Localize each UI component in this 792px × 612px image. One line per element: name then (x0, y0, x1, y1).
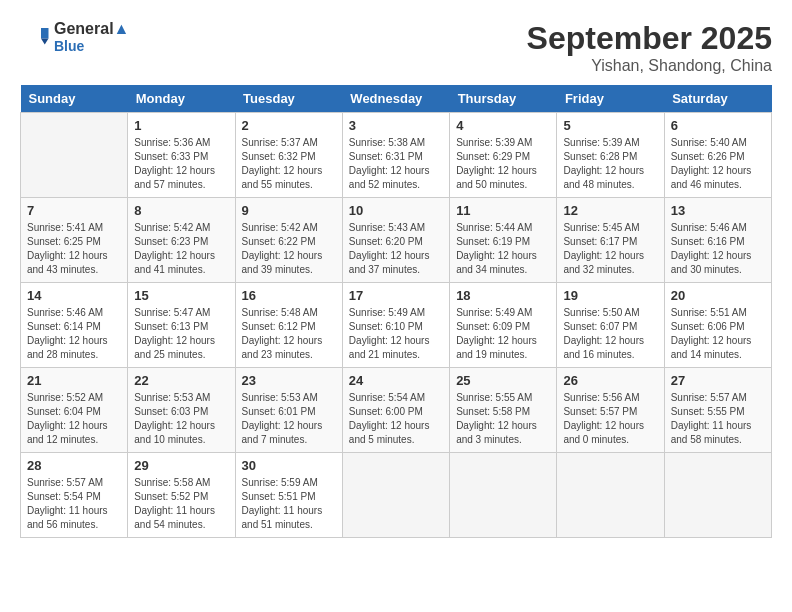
calendar-header-row: SundayMondayTuesdayWednesdayThursdayFrid… (21, 85, 772, 113)
day-number: 30 (242, 458, 336, 473)
calendar-cell: 19Sunrise: 5:50 AM Sunset: 6:07 PM Dayli… (557, 283, 664, 368)
main-title: September 2025 (527, 20, 772, 57)
day-number: 15 (134, 288, 228, 303)
day-info: Sunrise: 5:47 AM Sunset: 6:13 PM Dayligh… (134, 306, 228, 362)
day-number: 13 (671, 203, 765, 218)
calendar-cell: 30Sunrise: 5:59 AM Sunset: 5:51 PM Dayli… (235, 453, 342, 538)
logo: General▲ Blue (20, 20, 129, 54)
day-number: 1 (134, 118, 228, 133)
day-info: Sunrise: 5:51 AM Sunset: 6:06 PM Dayligh… (671, 306, 765, 362)
day-number: 11 (456, 203, 550, 218)
calendar-cell: 2Sunrise: 5:37 AM Sunset: 6:32 PM Daylig… (235, 113, 342, 198)
calendar-cell: 6Sunrise: 5:40 AM Sunset: 6:26 PM Daylig… (664, 113, 771, 198)
day-info: Sunrise: 5:39 AM Sunset: 6:28 PM Dayligh… (563, 136, 657, 192)
calendar-cell: 22Sunrise: 5:53 AM Sunset: 6:03 PM Dayli… (128, 368, 235, 453)
day-number: 17 (349, 288, 443, 303)
calendar-cell (450, 453, 557, 538)
calendar-cell: 24Sunrise: 5:54 AM Sunset: 6:00 PM Dayli… (342, 368, 449, 453)
calendar-cell: 20Sunrise: 5:51 AM Sunset: 6:06 PM Dayli… (664, 283, 771, 368)
day-info: Sunrise: 5:39 AM Sunset: 6:29 PM Dayligh… (456, 136, 550, 192)
day-info: Sunrise: 5:42 AM Sunset: 6:22 PM Dayligh… (242, 221, 336, 277)
calendar-week-row: 21Sunrise: 5:52 AM Sunset: 6:04 PM Dayli… (21, 368, 772, 453)
day-info: Sunrise: 5:56 AM Sunset: 5:57 PM Dayligh… (563, 391, 657, 447)
day-number: 18 (456, 288, 550, 303)
day-info: Sunrise: 5:53 AM Sunset: 6:01 PM Dayligh… (242, 391, 336, 447)
calendar-cell: 10Sunrise: 5:43 AM Sunset: 6:20 PM Dayli… (342, 198, 449, 283)
day-number: 22 (134, 373, 228, 388)
day-info: Sunrise: 5:37 AM Sunset: 6:32 PM Dayligh… (242, 136, 336, 192)
page-header: General▲ Blue September 2025 Yishan, Sha… (20, 20, 772, 75)
day-number: 9 (242, 203, 336, 218)
day-number: 19 (563, 288, 657, 303)
day-info: Sunrise: 5:38 AM Sunset: 6:31 PM Dayligh… (349, 136, 443, 192)
day-of-week-header: Sunday (21, 85, 128, 113)
day-info: Sunrise: 5:44 AM Sunset: 6:19 PM Dayligh… (456, 221, 550, 277)
day-number: 23 (242, 373, 336, 388)
calendar-cell: 27Sunrise: 5:57 AM Sunset: 5:55 PM Dayli… (664, 368, 771, 453)
calendar-cell: 23Sunrise: 5:53 AM Sunset: 6:01 PM Dayli… (235, 368, 342, 453)
day-number: 4 (456, 118, 550, 133)
day-info: Sunrise: 5:48 AM Sunset: 6:12 PM Dayligh… (242, 306, 336, 362)
calendar-cell: 9Sunrise: 5:42 AM Sunset: 6:22 PM Daylig… (235, 198, 342, 283)
day-of-week-header: Monday (128, 85, 235, 113)
calendar-cell: 25Sunrise: 5:55 AM Sunset: 5:58 PM Dayli… (450, 368, 557, 453)
calendar-cell: 8Sunrise: 5:42 AM Sunset: 6:23 PM Daylig… (128, 198, 235, 283)
calendar-week-row: 7Sunrise: 5:41 AM Sunset: 6:25 PM Daylig… (21, 198, 772, 283)
calendar-cell: 17Sunrise: 5:49 AM Sunset: 6:10 PM Dayli… (342, 283, 449, 368)
day-number: 10 (349, 203, 443, 218)
calendar-cell: 14Sunrise: 5:46 AM Sunset: 6:14 PM Dayli… (21, 283, 128, 368)
svg-marker-0 (41, 28, 49, 39)
day-of-week-header: Saturday (664, 85, 771, 113)
day-number: 7 (27, 203, 121, 218)
calendar-week-row: 1Sunrise: 5:36 AM Sunset: 6:33 PM Daylig… (21, 113, 772, 198)
day-info: Sunrise: 5:36 AM Sunset: 6:33 PM Dayligh… (134, 136, 228, 192)
day-number: 16 (242, 288, 336, 303)
day-number: 29 (134, 458, 228, 473)
calendar-cell: 26Sunrise: 5:56 AM Sunset: 5:57 PM Dayli… (557, 368, 664, 453)
day-info: Sunrise: 5:42 AM Sunset: 6:23 PM Dayligh… (134, 221, 228, 277)
calendar-cell: 18Sunrise: 5:49 AM Sunset: 6:09 PM Dayli… (450, 283, 557, 368)
calendar-cell: 16Sunrise: 5:48 AM Sunset: 6:12 PM Dayli… (235, 283, 342, 368)
day-number: 25 (456, 373, 550, 388)
day-info: Sunrise: 5:45 AM Sunset: 6:17 PM Dayligh… (563, 221, 657, 277)
calendar-cell (342, 453, 449, 538)
day-info: Sunrise: 5:57 AM Sunset: 5:54 PM Dayligh… (27, 476, 121, 532)
day-info: Sunrise: 5:52 AM Sunset: 6:04 PM Dayligh… (27, 391, 121, 447)
day-info: Sunrise: 5:53 AM Sunset: 6:03 PM Dayligh… (134, 391, 228, 447)
day-info: Sunrise: 5:49 AM Sunset: 6:09 PM Dayligh… (456, 306, 550, 362)
calendar-cell: 29Sunrise: 5:58 AM Sunset: 5:52 PM Dayli… (128, 453, 235, 538)
day-info: Sunrise: 5:54 AM Sunset: 6:00 PM Dayligh… (349, 391, 443, 447)
day-number: 14 (27, 288, 121, 303)
day-info: Sunrise: 5:41 AM Sunset: 6:25 PM Dayligh… (27, 221, 121, 277)
day-info: Sunrise: 5:46 AM Sunset: 6:14 PM Dayligh… (27, 306, 121, 362)
day-number: 20 (671, 288, 765, 303)
calendar-cell (21, 113, 128, 198)
day-number: 3 (349, 118, 443, 133)
day-number: 5 (563, 118, 657, 133)
day-number: 21 (27, 373, 121, 388)
calendar-cell: 28Sunrise: 5:57 AM Sunset: 5:54 PM Dayli… (21, 453, 128, 538)
calendar-cell: 4Sunrise: 5:39 AM Sunset: 6:29 PM Daylig… (450, 113, 557, 198)
calendar-table: SundayMondayTuesdayWednesdayThursdayFrid… (20, 85, 772, 538)
calendar-cell (664, 453, 771, 538)
day-of-week-header: Wednesday (342, 85, 449, 113)
day-info: Sunrise: 5:50 AM Sunset: 6:07 PM Dayligh… (563, 306, 657, 362)
calendar-cell: 3Sunrise: 5:38 AM Sunset: 6:31 PM Daylig… (342, 113, 449, 198)
day-info: Sunrise: 5:58 AM Sunset: 5:52 PM Dayligh… (134, 476, 228, 532)
day-number: 8 (134, 203, 228, 218)
calendar-week-row: 14Sunrise: 5:46 AM Sunset: 6:14 PM Dayli… (21, 283, 772, 368)
calendar-cell: 5Sunrise: 5:39 AM Sunset: 6:28 PM Daylig… (557, 113, 664, 198)
day-number: 6 (671, 118, 765, 133)
calendar-cell: 12Sunrise: 5:45 AM Sunset: 6:17 PM Dayli… (557, 198, 664, 283)
day-number: 27 (671, 373, 765, 388)
day-of-week-header: Friday (557, 85, 664, 113)
day-number: 28 (27, 458, 121, 473)
day-number: 12 (563, 203, 657, 218)
calendar-cell: 13Sunrise: 5:46 AM Sunset: 6:16 PM Dayli… (664, 198, 771, 283)
calendar-cell (557, 453, 664, 538)
day-of-week-header: Tuesday (235, 85, 342, 113)
title-block: September 2025 Yishan, Shandong, China (527, 20, 772, 75)
day-info: Sunrise: 5:57 AM Sunset: 5:55 PM Dayligh… (671, 391, 765, 447)
day-number: 26 (563, 373, 657, 388)
day-of-week-header: Thursday (450, 85, 557, 113)
